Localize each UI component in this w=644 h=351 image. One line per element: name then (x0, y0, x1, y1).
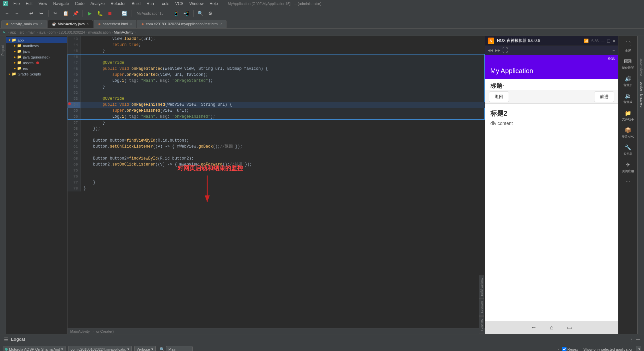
toolbar-paste[interactable]: 📌 (71, 9, 80, 18)
emu-btn-multi[interactable]: 🔧 多开器 (620, 142, 636, 158)
toolbar-sync[interactable]: 🔄 (120, 9, 128, 18)
keyboard-icon: ⌨ (624, 58, 632, 65)
emu-btn-more[interactable]: ··· (620, 176, 636, 187)
tab-close-test-html[interactable]: × (130, 22, 132, 26)
tree-label-assets: assets (23, 61, 34, 65)
breadcrumb-app-icon: A↓ (3, 30, 7, 34)
panel-label-build-variants[interactable]: Build Variants (479, 276, 484, 298)
toolbar-sdk-manager[interactable]: 📱 (172, 9, 181, 18)
toolbar-settings[interactable]: ⚙ (206, 9, 215, 18)
phone-back-btn[interactable]: 返回 (489, 91, 509, 102)
panel-label-project[interactable]: Project (0, 43, 5, 58)
breadcrumb-item-mainactivity[interactable]: MainActivity (114, 30, 133, 34)
tab-close-com-test-html[interactable]: × (221, 22, 223, 26)
phone-nav-back-icon[interactable]: ← (531, 324, 537, 331)
phone-forward-btn[interactable]: 前进 (594, 91, 614, 102)
phone-nav-recents-icon[interactable]: ▭ (567, 324, 572, 331)
show-only-dropdown[interactable]: ▾ (636, 346, 641, 351)
tree-item-java[interactable]: ▸ 📁 java (6, 49, 67, 54)
menu-code[interactable]: Code (72, 1, 87, 7)
breadcrumb-item-main[interactable]: main (28, 30, 36, 34)
toolbar-copy[interactable]: 📋 (61, 9, 70, 18)
breadcrumb-item-src[interactable]: src (20, 30, 25, 34)
menu-build[interactable]: Build (129, 1, 143, 7)
code-editor[interactable]: 43 view.loadUrl(url); 44 return true; 45… (68, 36, 485, 328)
menu-run[interactable]: Run (144, 1, 157, 7)
menu-edit[interactable]: Edit (23, 1, 35, 7)
emu-btn-keyboard[interactable]: ⌨ 键位设置 (620, 56, 636, 72)
nox-fullscreen-btn[interactable]: ⛶ (502, 47, 508, 54)
toolbar-stop[interactable]: ⏹ (105, 9, 114, 18)
tab-bar: ◉ activity_main.xml × ☕ MainActivity.jav… (0, 19, 644, 29)
regex-checkbox[interactable] (562, 347, 566, 351)
logcat-hamburger-icon: ☰ (4, 337, 8, 342)
breadcrumb-item-com[interactable]: com (49, 30, 56, 34)
breadcrumb-item-java[interactable]: java (39, 30, 45, 34)
editor-status-path: MainActivity (70, 329, 90, 333)
toolbar-redo[interactable]: ↪ (37, 9, 46, 18)
emu-btn-file[interactable]: 📁 文件助手 (620, 107, 636, 123)
menu-file[interactable]: File (11, 1, 22, 7)
breadcrumb-item-package[interactable]: c201801020224 (59, 30, 85, 34)
code-line-54: 54 public void onPageFinished(WebView vi… (68, 102, 485, 108)
breadcrumb-item-app[interactable]: app (10, 30, 16, 34)
folder-icon-gradle: ▸ 📁 (9, 72, 16, 76)
menu-tools[interactable]: Tools (157, 1, 172, 7)
log-level-selector[interactable]: Verbose ▾ (134, 346, 156, 351)
toolbar-run[interactable]: ▶ (85, 9, 94, 18)
nox-wifi-icon: 📶 (584, 39, 589, 43)
tab-mainactivity-java[interactable]: ☕ MainActivity.java × (48, 20, 93, 28)
nox-close-btn[interactable]: × (613, 38, 615, 44)
logcat-options-icon[interactable]: ⋮ (630, 337, 634, 342)
emu-btn-vol-down[interactable]: 🔉 音量减 (620, 90, 636, 106)
tree-item-java-gen[interactable]: ▸ 📁 java (generated) (6, 54, 67, 60)
nox-nav-forward[interactable]: ▶▶ (495, 48, 500, 53)
tab-com-test-html[interactable]: ◈ com.c201801020224.myapplication/test.h… (137, 20, 227, 28)
tab-close-mainactivity[interactable]: × (87, 22, 89, 26)
tab-close-activity-main[interactable]: × (41, 22, 43, 26)
nox-more-btn[interactable]: ⋯ (611, 48, 615, 53)
toolbar-undo[interactable]: ↩ (27, 9, 36, 18)
menu-view[interactable]: View (36, 1, 50, 7)
outer-right-json-viewer[interactable]: JSON Viewer (638, 56, 644, 79)
phone-nav-home-icon[interactable]: ⌂ (550, 324, 554, 331)
emu-btn-close-app[interactable]: ✈ 关闭应用 (620, 159, 636, 175)
toolbar-avd-manager[interactable]: 📲 (182, 9, 191, 18)
regex-checkbox-label[interactable]: Regex (562, 347, 578, 351)
panel-label-structure[interactable]: Structure (479, 299, 484, 316)
package-selector[interactable]: com.c201801020224.myapplicatic ▾ (68, 346, 131, 351)
menu-help[interactable]: Help (207, 1, 221, 7)
tree-item-manifests[interactable]: ▸ 📁 manifests (6, 43, 67, 49)
tree-item-assets[interactable]: ▸ 📁 assets (6, 60, 67, 65)
log-filter-input[interactable] (166, 346, 193, 351)
outer-right-device-file-explorer[interactable]: Device File Explorer (638, 79, 644, 111)
tree-item-gradle-scripts[interactable]: ▸ 📁 Gradle Scripts (6, 71, 67, 77)
tree-item-res[interactable]: ▸ 📁 res (6, 65, 67, 71)
panel-label-favorites[interactable]: Favorites (479, 316, 484, 333)
toolbar-debug[interactable]: 🐛 (95, 9, 104, 18)
tab-test-html[interactable]: ◈ assets\test.html × (94, 20, 136, 28)
tree-item-app[interactable]: ▾ 📁 app (6, 37, 67, 43)
toolbar-cut[interactable]: ✂ (51, 9, 60, 18)
nox-nav-back[interactable]: ◀◀ (488, 48, 493, 53)
nox-maximize-btn[interactable]: □ (607, 38, 610, 44)
nox-minimize-btn[interactable]: ─ (601, 38, 604, 44)
menu-vcs[interactable]: VCS (173, 1, 186, 7)
menu-analyze[interactable]: Analyze (88, 1, 107, 7)
toolbar-search-everywhere[interactable]: 🔍 (196, 9, 205, 18)
multi-icon: 🔧 (624, 144, 632, 151)
toolbar-sep-5 (131, 10, 131, 17)
tab-label-test-html: assets\test.html (103, 22, 128, 26)
emu-btn-apk[interactable]: 📦 安装APK (620, 125, 636, 141)
emu-btn-vol-up[interactable]: 🔊 音量加 (620, 73, 636, 89)
menu-window[interactable]: Window (187, 1, 206, 7)
emu-btn-fullscreen[interactable]: ⛶ 全屏 (620, 39, 636, 55)
toolbar-forward[interactable]: → (13, 9, 21, 18)
menu-refactor[interactable]: Refactor (108, 1, 128, 7)
toolbar-back[interactable]: ← (3, 9, 11, 18)
tab-activity-main-xml[interactable]: ◉ activity_main.xml × (1, 20, 47, 28)
menu-navigate[interactable]: Navigate (51, 1, 72, 7)
logcat-minimize-icon[interactable]: ─ (636, 336, 640, 342)
breadcrumb-item-myapplication[interactable]: myapplication (88, 30, 110, 34)
device-selector[interactable]: Motorola AOSP On Shama And ▾ (3, 346, 66, 351)
